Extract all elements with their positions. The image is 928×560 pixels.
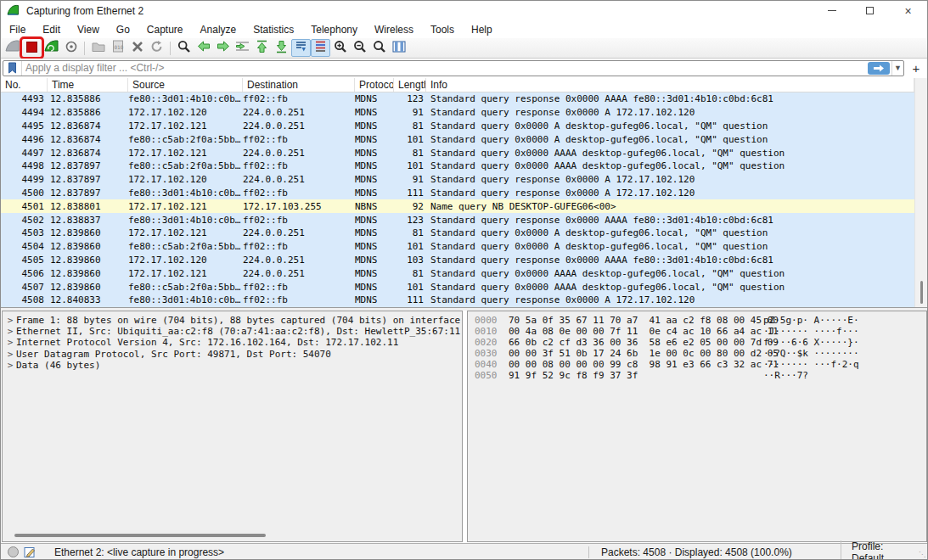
expander-icon[interactable]: > [4, 315, 16, 326]
resize-grip[interactable]: ⋱ [917, 544, 927, 560]
menu-item-capture[interactable]: Capture [138, 22, 192, 37]
detail-tree-row[interactable]: >Data (46 bytes) [4, 360, 462, 371]
hex-row[interactable]: 004000 00 08 00 00 00 99 c8 98 91 e3 66 … [475, 359, 926, 370]
packet-list-scrollbar[interactable] [914, 78, 927, 307]
hex-bytes: 91 9f 52 9c f8 f9 37 3f [509, 370, 763, 381]
menu-item-go[interactable]: Go [108, 22, 138, 37]
hex-row[interactable]: 003000 00 3f 51 0b 17 24 6b 1e 00 0c 00 … [475, 348, 926, 359]
colorize-toggle[interactable] [311, 39, 330, 57]
expander-icon[interactable]: > [4, 337, 16, 348]
packet-row[interactable]: 449812.837897fe80::c5ab:2f0a:5bb…ff02::f… [1, 160, 914, 173]
filter-bookmark-button[interactable] [3, 61, 22, 76]
start-capture-button[interactable] [3, 39, 22, 57]
hex-row[interactable]: 001000 4a 08 0e 00 00 7f 11 0e c4 ac 10 … [475, 326, 926, 337]
menu-item-help[interactable]: Help [463, 22, 501, 37]
packet-row[interactable]: 449712.836874172.17.102.121224.0.0.251MD… [1, 146, 914, 160]
close-button[interactable]: × [889, 1, 927, 20]
column-header-protocol[interactable]: Protocol [355, 78, 394, 92]
packet-row[interactable]: 449512.836874172.17.102.121224.0.0.251MD… [1, 120, 914, 133]
cell-proto: MDNS [355, 174, 394, 185]
packet-row[interactable]: 450412.839860fe80::c5ab:2f0a:5bb…ff02::f… [1, 240, 914, 254]
maximize-button[interactable] [851, 1, 889, 20]
expander-icon[interactable]: > [4, 360, 16, 371]
details-hscrollbar-thumb[interactable] [14, 534, 266, 537]
stop-capture-button[interactable] [22, 39, 42, 57]
zoom-in-button[interactable] [330, 39, 350, 57]
detail-tree-row[interactable]: >Internet Protocol Version 4, Src: 172.1… [4, 337, 462, 348]
auto-scroll-toggle[interactable] [291, 39, 311, 57]
hex-row[interactable]: 000070 5a 0f 35 67 11 70 a7 41 aa c2 f8 … [475, 315, 926, 326]
detail-tree-row[interactable]: >Frame 1: 88 bytes on wire (704 bits), 8… [4, 315, 462, 326]
packet-row[interactable]: 449612.836874fe80::c5ab:2f0a:5bb…ff02::f… [1, 132, 914, 146]
menu-item-analyze[interactable]: Analyze [192, 22, 245, 37]
menu-item-wireless[interactable]: Wireless [366, 22, 422, 37]
open-file-button[interactable] [88, 39, 108, 57]
detail-tree-row[interactable]: >Ethernet II, Src: Ubiquiti_aa:c2:f8 (70… [4, 326, 462, 337]
capture-options-button[interactable] [61, 39, 81, 57]
packet-row[interactable]: 449312.835886fe80::3d01:4b10:c0b…ff02::f… [1, 92, 914, 106]
go-forward-button[interactable] [213, 39, 233, 57]
scrollbar-thumb[interactable] [920, 281, 923, 304]
cell-no: 4494 [1, 107, 48, 118]
hex-offset: 0020 [475, 337, 509, 348]
restart-capture-button[interactable] [42, 39, 61, 57]
menu-item-statistics[interactable]: Statistics [245, 22, 302, 37]
packet-row[interactable]: 450212.838837fe80::3d01:4b10:c0b…ff02::f… [1, 213, 914, 227]
menu-item-file[interactable]: File [1, 22, 34, 37]
close-file-button[interactable] [127, 39, 147, 57]
minimize-button[interactable] [813, 1, 851, 20]
reload-button[interactable] [147, 39, 166, 57]
capture-comment-icon[interactable] [24, 546, 36, 558]
packet-row[interactable]: 450112.838801172.17.102.121172.17.103.25… [1, 199, 914, 213]
display-filter-input[interactable] [22, 62, 868, 74]
go-back-button[interactable] [194, 39, 213, 57]
packet-row[interactable]: 450012.837897fe80::3d01:4b10:c0b…ff02::f… [1, 187, 914, 200]
zoom-original-button[interactable] [369, 39, 389, 57]
menu-item-view[interactable]: View [69, 22, 108, 37]
menu-item-telephony[interactable]: Telephony [302, 22, 366, 37]
detail-tree-row[interactable]: >User Datagram Protocol, Src Port: 49871… [4, 349, 462, 360]
profile-text[interactable]: Profile: Default [841, 540, 917, 560]
add-filter-button[interactable]: + [908, 61, 925, 76]
cell-src: fe80::3d01:4b10:c0b… [128, 93, 243, 104]
hex-row[interactable]: 002066 0b c2 cf d3 36 00 36 58 e6 e2 05 … [475, 337, 926, 348]
expander-icon[interactable]: > [4, 349, 16, 360]
hex-row[interactable]: 005091 9f 52 9c f8 f9 37 3f··R···7? [475, 370, 926, 381]
window-title: Capturing from Ethernet 2 [26, 5, 143, 17]
cell-src: 172.17.102.120 [128, 255, 243, 266]
zoom-out-button[interactable] [350, 39, 369, 57]
go-to-packet-button[interactable] [233, 39, 252, 57]
wireshark-window: Capturing from Ethernet 2 × FileEditView… [0, 0, 928, 560]
go-to-top-button[interactable] [252, 39, 272, 57]
packet-row[interactable]: 450612.839860172.17.102.121224.0.0.251MD… [1, 266, 914, 280]
go-to-bottom-button[interactable] [272, 39, 291, 57]
packet-row[interactable]: 450512.839860172.17.102.120224.0.0.251MD… [1, 254, 914, 267]
save-file-button[interactable]: 010 [108, 39, 127, 57]
packet-row[interactable]: 450812.840833fe80::3d01:4b10:c0b…ff02::f… [1, 294, 914, 307]
column-header-no[interactable]: No. [1, 78, 48, 92]
cell-no: 4504 [1, 241, 48, 252]
cell-time: 12.839860 [48, 227, 128, 238]
cell-len: 81 [394, 148, 426, 159]
column-header-info[interactable]: Info [426, 78, 914, 92]
apply-filter-button[interactable] [868, 62, 890, 75]
menu-item-tools[interactable]: Tools [422, 22, 463, 37]
column-header-time[interactable]: Time [48, 78, 128, 92]
column-header-source[interactable]: Source [128, 78, 243, 92]
find-packet-button[interactable] [174, 39, 194, 57]
column-header-destination[interactable]: Destination [243, 78, 355, 92]
packet-row[interactable]: 449412.835886172.17.102.120224.0.0.251MD… [1, 106, 914, 120]
cell-src: 172.17.102.121 [128, 227, 243, 238]
resize-columns-button[interactable] [389, 39, 408, 57]
column-header-length[interactable]: Length [394, 78, 426, 92]
cell-len: 103 [394, 255, 426, 266]
packet-row[interactable]: 450312.839860172.17.102.121224.0.0.251MD… [1, 227, 914, 240]
cell-dst: ff02::fb [243, 160, 355, 171]
packet-row[interactable]: 449912.837897172.17.102.120224.0.0.251MD… [1, 173, 914, 187]
expert-info-icon[interactable] [8, 546, 19, 557]
filter-dropdown-button[interactable]: ▼ [891, 61, 903, 76]
menu-item-edit[interactable]: Edit [34, 22, 69, 37]
packet-row[interactable]: 450712.839860fe80::c5ab:2f0a:5bb…ff02::f… [1, 280, 914, 294]
display-filter-box: ▼ [3, 60, 904, 76]
expander-icon[interactable]: > [4, 326, 16, 337]
